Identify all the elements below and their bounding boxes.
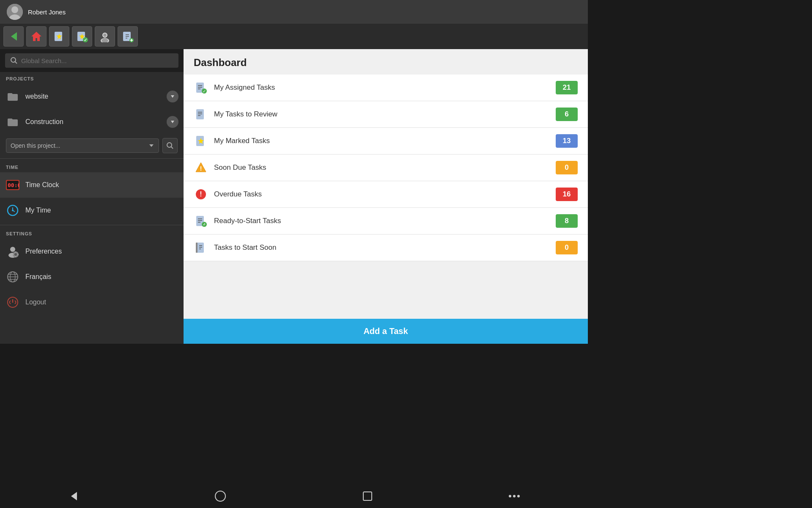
dashboard-row-marked-tasks[interactable]: My Marked Tasks 13 — [184, 128, 588, 155]
sidebar-item-construction[interactable]: Construction — [0, 109, 184, 135]
construction-chevron[interactable] — [167, 116, 178, 128]
sidebar-item-francais[interactable]: Français — [0, 264, 184, 290]
my-time-icon — [6, 204, 19, 217]
construction-label: Construction — [25, 118, 63, 126]
sidebar-item-time-clock[interactable]: 00:00 Time Clock — [0, 172, 184, 198]
sidebar-item-logout[interactable]: Logout — [0, 290, 184, 315]
soon-due-icon: ! — [194, 160, 208, 175]
svg-text:✓: ✓ — [84, 38, 87, 42]
language-icon — [6, 270, 19, 284]
divider — [0, 158, 184, 159]
dashboard-row-soon-due[interactable]: ! Soon Due Tasks 0 — [184, 155, 588, 181]
search-input[interactable] — [21, 57, 173, 64]
svg-rect-74 — [196, 243, 198, 253]
search-icon — [166, 142, 174, 149]
dashboard-title: Dashboard — [194, 57, 247, 68]
svg-marker-25 — [171, 121, 174, 123]
dashboard-row-tasks-review[interactable]: My Tasks to Review 6 — [184, 101, 588, 128]
preferences-icon — [6, 245, 19, 258]
dashboard-header: Dashboard — [184, 49, 588, 75]
star-list-button[interactable]: ✓ — [72, 26, 92, 47]
website-label: website — [25, 93, 48, 100]
svg-text:!: ! — [200, 190, 202, 198]
svg-line-23 — [15, 62, 17, 64]
logout-icon — [6, 295, 19, 309]
svg-marker-3 — [11, 32, 17, 41]
tasks-review-icon — [194, 107, 208, 121]
tasks-start-soon-icon — [194, 240, 208, 255]
assigned-tasks-icon: ✓ — [194, 80, 208, 95]
folder-icon — [6, 115, 19, 129]
svg-text:00:00: 00:00 — [8, 182, 19, 188]
marked-tasks-icon — [194, 134, 208, 148]
overdue-icon: ! — [194, 187, 208, 202]
dashboard-row-assigned-tasks[interactable]: ✓ My Assigned Tasks 21 — [184, 75, 588, 101]
svg-point-13 — [103, 33, 107, 37]
tasks-start-soon-label: Tasks to Start Soon — [214, 243, 556, 252]
my-time-label: My Time — [25, 207, 51, 214]
search-icon — [10, 57, 18, 64]
favorites-button[interactable] — [49, 26, 69, 47]
svg-point-35 — [12, 210, 14, 211]
toolbar: ✓ — [0, 24, 588, 49]
ready-start-badge: 8 — [556, 214, 578, 228]
add-task-button[interactable]: Add a Task — [184, 319, 588, 344]
search-bar — [0, 49, 184, 72]
back-button[interactable] — [3, 26, 24, 47]
dashboard-row-tasks-start-soon[interactable]: Tasks to Start Soon 0 — [184, 235, 588, 261]
francais-label: Français — [25, 273, 51, 281]
time-clock-icon: 00:00 — [6, 178, 19, 192]
preferences-label: Preferences — [25, 248, 62, 255]
avatar — [7, 4, 23, 20]
assigned-tasks-label: My Assigned Tasks — [214, 83, 556, 92]
new-task-button[interactable] — [118, 26, 138, 47]
open-project-row: Open this project... — [0, 135, 184, 157]
time-clock-label: Time Clock — [25, 181, 59, 189]
main-layout: PROJECTS website Construction — [0, 49, 588, 344]
open-project-dropdown[interactable]: Open this project... — [6, 138, 159, 153]
dashboard-rows: ✓ My Assigned Tasks 21 My Tasks to Revie… — [184, 75, 588, 261]
marked-tasks-badge: 13 — [556, 134, 578, 148]
soon-due-badge: 0 — [556, 161, 578, 174]
marked-tasks-label: My Marked Tasks — [214, 137, 556, 145]
website-chevron[interactable] — [167, 91, 178, 102]
overdue-label: Overdue Tasks — [214, 190, 556, 199]
svg-point-39 — [14, 253, 17, 256]
soon-due-label: Soon Due Tasks — [214, 163, 556, 172]
search-container — [5, 53, 178, 68]
home-button[interactable] — [26, 26, 47, 47]
svg-rect-57 — [196, 109, 204, 119]
ready-start-icon — [194, 214, 208, 228]
logout-label: Logout — [25, 298, 46, 306]
user-bar: Robert Jones — [0, 0, 588, 24]
tasks-review-label: My Tasks to Review — [214, 110, 556, 119]
sidebar: PROJECTS website Construction — [0, 49, 184, 344]
folder-icon — [6, 90, 19, 103]
sidebar-item-my-time[interactable]: My Time — [0, 198, 184, 223]
content-area: Dashboard ✓ My Assigned Tasks 21 — [184, 49, 588, 344]
svg-line-28 — [171, 147, 173, 149]
open-project-label: Open this project... — [11, 142, 60, 149]
svg-marker-24 — [171, 95, 174, 98]
ready-start-label: Ready-to-Start Tasks — [214, 217, 556, 225]
sidebar-item-preferences[interactable]: Preferences — [0, 239, 184, 264]
svg-marker-26 — [149, 144, 154, 147]
svg-point-22 — [11, 58, 16, 62]
time-section-header: TIME — [0, 160, 184, 172]
tasks-start-soon-badge: 0 — [556, 241, 578, 254]
assigned-tasks-badge: 21 — [556, 81, 578, 94]
user-name: Robert Jones — [28, 8, 66, 16]
dashboard-row-ready-to-start[interactable]: Ready-to-Start Tasks 8 — [184, 208, 588, 235]
sidebar-item-website[interactable]: website — [0, 84, 184, 109]
settings-section-header: SETTINGS — [0, 227, 184, 239]
divider — [0, 225, 184, 225]
svg-text:!: ! — [200, 165, 202, 172]
svg-marker-4 — [31, 32, 41, 41]
svg-point-27 — [167, 143, 172, 147]
contacts-button[interactable] — [95, 26, 115, 47]
projects-section-header: PROJECTS — [0, 72, 184, 84]
svg-point-36 — [10, 247, 15, 252]
open-project-search-button[interactable] — [162, 138, 178, 153]
dashboard-row-overdue[interactable]: ! Overdue Tasks 16 — [184, 181, 588, 208]
svg-point-1 — [11, 6, 18, 13]
